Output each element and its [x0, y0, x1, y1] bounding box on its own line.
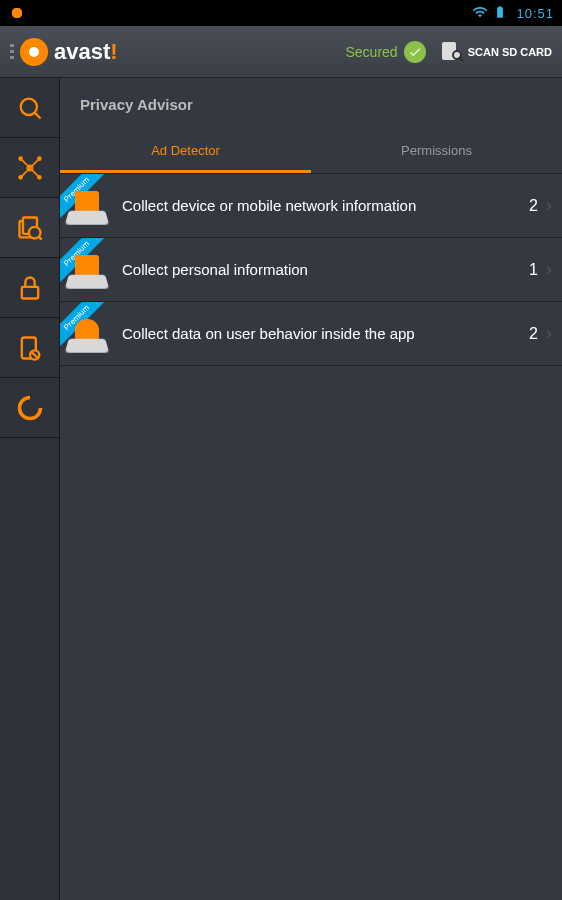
list-item-count: 1 — [529, 261, 538, 279]
notification-icon — [8, 4, 26, 22]
scan-sd-button[interactable]: SCAN SD CARD — [442, 42, 552, 62]
person-icon — [62, 309, 112, 359]
svg-rect-15 — [21, 286, 37, 298]
list-item-label: Collect personal information — [122, 261, 529, 278]
chevron-right-icon: › — [546, 195, 552, 216]
svg-line-1 — [34, 112, 40, 118]
list-item-count: 2 — [529, 197, 538, 215]
tab-bar: Ad Detector Permissions — [60, 131, 562, 174]
wifi-icon — [472, 4, 488, 23]
list-item-label: Collect device or mobile network informa… — [122, 197, 529, 214]
sidebar-item-network[interactable] — [0, 138, 59, 198]
chevron-right-icon: › — [546, 259, 552, 280]
android-statusbar: 10:51 — [0, 0, 562, 26]
list-item[interactable]: Premium Collect device or mobile network… — [60, 174, 562, 238]
tab-permissions[interactable]: Permissions — [311, 131, 562, 173]
svg-point-0 — [20, 98, 36, 114]
app-topbar: avast! Secured SCAN SD CARD — [0, 26, 562, 78]
list-item[interactable]: Premium Collect data on user behavior in… — [60, 302, 562, 366]
content-area: Privacy Advisor Ad Detector Permissions … — [60, 78, 562, 900]
sidebar-nav — [0, 78, 60, 900]
secured-status: Secured — [346, 41, 426, 63]
list-item[interactable]: Premium Collect personal information 1 › — [60, 238, 562, 302]
chevron-right-icon: › — [546, 323, 552, 344]
svg-line-10 — [30, 168, 39, 177]
system-icons: 10:51 — [472, 4, 554, 23]
sidebar-item-scan[interactable] — [0, 78, 59, 138]
tab-ad-detector[interactable]: Ad Detector — [60, 131, 311, 173]
page-title: Privacy Advisor — [60, 78, 562, 131]
avast-logo-text: avast! — [54, 39, 118, 65]
antenna-icon — [62, 181, 112, 231]
results-list: Premium Collect device or mobile network… — [60, 174, 562, 900]
list-item-count: 2 — [529, 325, 538, 343]
sidebar-item-lock[interactable] — [0, 258, 59, 318]
sd-card-icon — [442, 42, 462, 62]
svg-line-9 — [20, 168, 29, 177]
clock-text: 10:51 — [516, 6, 554, 21]
sidebar-item-update[interactable] — [0, 378, 59, 438]
avast-logo-icon — [20, 38, 48, 66]
svg-line-7 — [20, 158, 29, 167]
sidebar-item-firewall[interactable] — [0, 318, 59, 378]
sidebar-item-privacy[interactable] — [0, 198, 59, 258]
list-item-label: Collect data on user behavior inside the… — [122, 325, 529, 342]
svg-line-14 — [38, 236, 42, 240]
app-logo[interactable]: avast! — [20, 38, 118, 66]
checkmark-icon — [404, 41, 426, 63]
battery-icon — [493, 4, 507, 23]
svg-line-8 — [30, 158, 39, 167]
drawer-toggle[interactable] — [10, 44, 14, 59]
id-card-icon — [62, 245, 112, 295]
